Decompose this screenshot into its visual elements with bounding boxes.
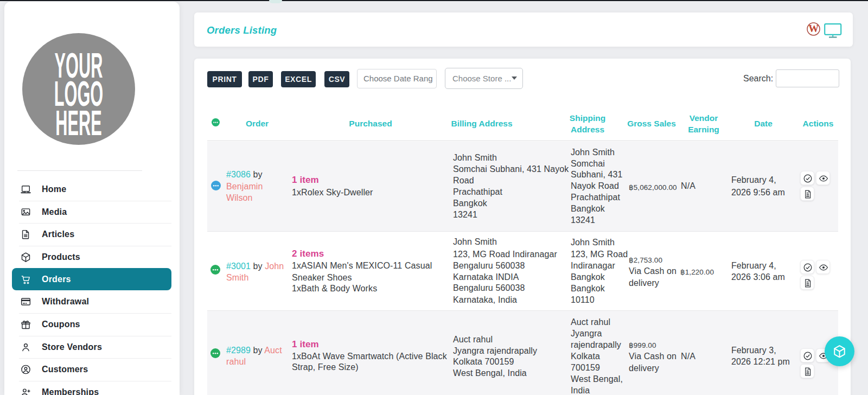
svg-text:W: W	[808, 23, 819, 34]
